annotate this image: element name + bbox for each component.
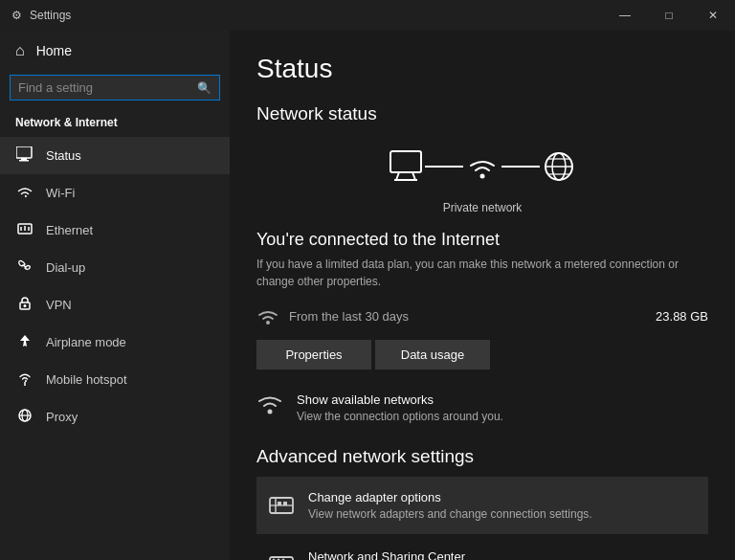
network-diagram xyxy=(256,140,708,193)
settings-app-icon: ⚙ xyxy=(11,9,22,22)
dialup-icon xyxy=(15,258,34,277)
titlebar-left: ⚙ Settings xyxy=(11,9,71,22)
sidebar: ⌂ Home 🔍 Network & Internet Status xyxy=(0,31,230,560)
vpn-label: VPN xyxy=(46,298,72,312)
svg-rect-1 xyxy=(21,158,27,160)
titlebar: ⚙ Settings — □ ✕ xyxy=(0,0,735,31)
sidebar-item-home[interactable]: ⌂ Home xyxy=(0,31,230,71)
advanced-title: Advanced network settings xyxy=(256,446,708,467)
data-wifi-icon xyxy=(256,305,279,326)
available-networks-link[interactable]: Show available networks View the connect… xyxy=(256,392,708,423)
hotspot-icon xyxy=(15,370,34,389)
connected-title: You're connected to the Internet xyxy=(256,230,708,250)
maximize-button[interactable]: □ xyxy=(647,0,691,31)
sharing-title: Network and Sharing Center xyxy=(308,549,636,560)
status-icon xyxy=(15,146,34,165)
wifi-signal-icon xyxy=(463,149,501,184)
adapter-subtitle: View network adapters and change connect… xyxy=(308,507,592,521)
sharing-text: Network and Sharing Center For the netwo… xyxy=(308,549,636,560)
home-label: Home xyxy=(36,43,72,58)
airplane-icon xyxy=(15,333,34,351)
svg-rect-2 xyxy=(19,160,29,162)
adapter-text: Change adapter options View network adap… xyxy=(308,490,592,521)
network-status-title: Network status xyxy=(256,103,708,124)
sidebar-item-hotspot[interactable]: Mobile hotspot xyxy=(0,361,230,398)
data-period-label: From the last 30 days xyxy=(289,309,646,324)
sidebar-item-vpn[interactable]: VPN xyxy=(0,286,230,324)
net-line-1 xyxy=(425,166,463,168)
advanced-item-adapter[interactable]: Change adapter options View network adap… xyxy=(256,477,708,534)
close-button[interactable]: ✕ xyxy=(691,0,735,31)
net-line-2 xyxy=(501,166,540,168)
adapter-icon xyxy=(268,494,295,517)
dialup-label: Dial-up xyxy=(46,260,85,275)
available-networks-title: Show available networks xyxy=(297,392,503,407)
sidebar-item-ethernet[interactable]: Ethernet xyxy=(0,212,230,249)
search-input[interactable] xyxy=(18,80,191,95)
computer-icon xyxy=(387,149,425,184)
titlebar-title: Settings xyxy=(30,9,71,22)
svg-line-14 xyxy=(396,172,399,180)
hotspot-label: Mobile hotspot xyxy=(46,372,127,387)
svg-line-15 xyxy=(412,172,415,180)
sidebar-section-title: Network & Internet xyxy=(0,112,230,137)
available-networks-subtitle: View the connection options around you. xyxy=(297,410,503,423)
svg-point-17 xyxy=(480,174,485,179)
proxy-icon xyxy=(15,408,34,426)
status-label: Status xyxy=(46,148,81,163)
ethernet-icon xyxy=(15,221,34,239)
svg-rect-28 xyxy=(278,502,281,505)
wifi-icon xyxy=(15,184,34,202)
svg-point-24 xyxy=(268,410,273,414)
action-buttons: Properties Data usage xyxy=(256,340,708,370)
connected-desc: If you have a limited data plan, you can… xyxy=(256,256,697,290)
network-label: Private network xyxy=(256,201,708,214)
data-usage-button[interactable]: Data usage xyxy=(375,340,490,370)
search-box[interactable]: 🔍 xyxy=(10,75,220,101)
airplane-label: Airplane mode xyxy=(46,335,126,349)
wifi-label: Wi-Fi xyxy=(46,186,75,200)
data-amount: 23.88 GB xyxy=(656,309,708,324)
sidebar-item-airplane[interactable]: Airplane mode xyxy=(0,324,230,361)
ethernet-label: Ethernet xyxy=(46,223,93,237)
proxy-label: Proxy xyxy=(46,410,78,424)
minimize-button[interactable]: — xyxy=(603,0,647,31)
properties-button[interactable]: Properties xyxy=(256,340,371,370)
sidebar-item-wifi[interactable]: Wi-Fi xyxy=(0,174,230,212)
titlebar-controls: — □ ✕ xyxy=(603,0,735,31)
svg-point-8 xyxy=(24,304,27,307)
sidebar-item-proxy[interactable]: Proxy xyxy=(0,398,230,436)
advanced-item-sharing[interactable]: Network and Sharing Center For the netwo… xyxy=(256,536,708,560)
svg-point-23 xyxy=(266,321,270,325)
svg-rect-29 xyxy=(283,502,287,505)
svg-rect-0 xyxy=(16,146,32,158)
home-icon: ⌂ xyxy=(15,42,25,59)
sharing-icon xyxy=(268,553,295,560)
search-icon: 🔍 xyxy=(197,81,212,95)
sidebar-item-status[interactable]: Status xyxy=(0,137,230,174)
globe-icon xyxy=(540,149,578,184)
svg-rect-13 xyxy=(390,151,421,172)
main-container: ⌂ Home 🔍 Network & Internet Status xyxy=(0,31,735,560)
available-networks-text: Show available networks View the connect… xyxy=(297,392,503,423)
adapter-title: Change adapter options xyxy=(308,490,592,504)
available-networks-icon xyxy=(256,392,283,417)
content-area: Status Network status xyxy=(230,31,735,560)
data-usage-row: From the last 30 days 23.88 GB xyxy=(256,305,708,326)
page-title: Status xyxy=(256,54,708,84)
vpn-icon xyxy=(15,296,34,314)
sidebar-item-dialup[interactable]: Dial-up xyxy=(0,249,230,286)
